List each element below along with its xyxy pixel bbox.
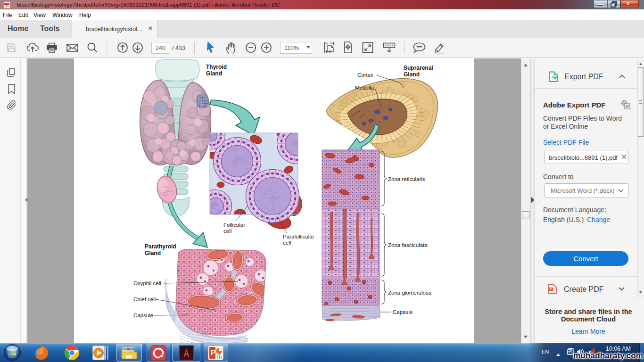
svg-text:Suprarenal: Suprarenal: [404, 65, 433, 71]
svg-text:Zona reticularis: Zona reticularis: [388, 176, 425, 182]
svg-text:Gland: Gland: [206, 70, 222, 77]
svg-text:Oxyphil cell: Oxyphil cell: [133, 280, 161, 286]
svg-text:Medulla: Medulla: [355, 85, 374, 90]
svg-text:Parafollicular: Parafollicular: [283, 234, 314, 239]
svg-text:Zona glomerulosa: Zona glomerulosa: [388, 290, 432, 296]
svg-text:Thyroid: Thyroid: [206, 64, 227, 70]
svg-text:Capsule: Capsule: [393, 309, 413, 315]
svg-text:Gland: Gland: [145, 250, 161, 256]
svg-text:P: P: [211, 349, 216, 357]
svg-text:Gland: Gland: [404, 71, 420, 78]
svg-text:Parathyroid: Parathyroid: [145, 243, 176, 250]
svg-text:cell: cell: [223, 228, 231, 234]
svg-text:Zona fasciculata: Zona fasciculata: [388, 242, 428, 248]
svg-text:Chief cell: Chief cell: [133, 296, 156, 302]
svg-text:cell: cell: [283, 240, 291, 246]
svg-text:Cortex: Cortex: [357, 72, 373, 78]
svg-text:Capsule: Capsule: [133, 313, 153, 318]
svg-text:Follicular: Follicular: [223, 222, 245, 228]
